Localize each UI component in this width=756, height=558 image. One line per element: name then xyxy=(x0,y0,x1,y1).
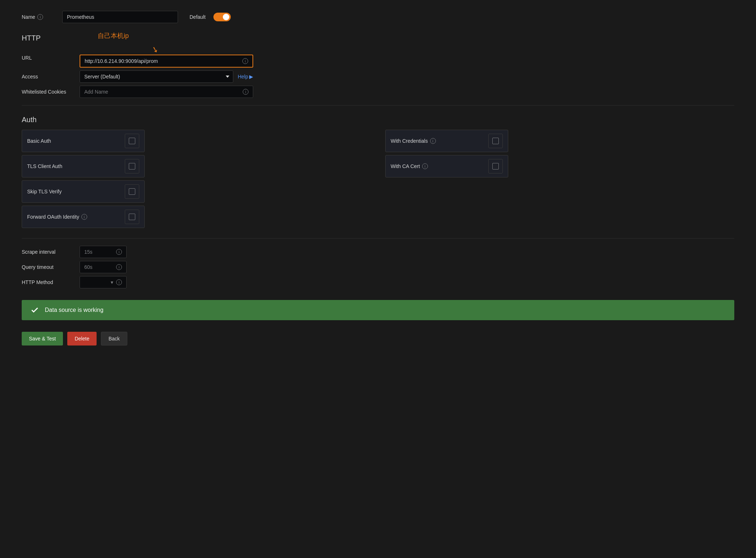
http-section-title: HTTP xyxy=(22,34,734,42)
url-value: http://10.6.214.90:9009/api/prom xyxy=(85,58,158,64)
auth-section-title: Auth xyxy=(22,116,734,124)
annotation-arrow: ➘ xyxy=(151,44,160,55)
divider-1 xyxy=(22,105,734,106)
basic-auth-label: Basic Auth xyxy=(27,138,125,144)
http-method-row: HTTP Method ▾ i xyxy=(22,276,734,288)
timeout-row: Query timeout 60s i xyxy=(22,261,734,273)
whitelisted-input-wrap: Add Name i xyxy=(80,86,253,98)
button-row: Save & Test Delete Back xyxy=(22,332,734,345)
http-method-input[interactable]: ▾ i xyxy=(80,276,127,288)
tls-client-checkbox[interactable] xyxy=(125,159,139,173)
success-message: Data source is working xyxy=(45,307,103,313)
tls-client-label: TLS Client Auth xyxy=(27,163,125,169)
access-label: Access xyxy=(22,74,80,80)
url-input-wrap[interactable]: http://10.6.214.90:9009/api/prom i xyxy=(80,55,253,68)
success-banner: Data source is working xyxy=(22,300,734,320)
with-ca-cert-label: With CA Cert i xyxy=(391,163,488,169)
tls-client-checkbox-inner xyxy=(129,163,135,169)
with-ca-cert-checkbox-inner xyxy=(492,163,499,169)
chevron-right-icon: ▶ xyxy=(249,74,253,80)
url-label: URL xyxy=(22,55,80,61)
name-row: Name i Default xyxy=(22,11,734,23)
basic-auth-row: Basic Auth xyxy=(22,130,371,152)
help-link[interactable]: Help ▶ xyxy=(238,74,253,80)
http-method-info-icon[interactable]: i xyxy=(116,279,122,285)
http-method-label: HTTP Method xyxy=(22,279,80,285)
scrape-label: Scrape interval xyxy=(22,249,80,255)
timeout-input[interactable]: 60s i xyxy=(80,261,127,273)
with-credentials-checkbox-inner xyxy=(492,138,499,144)
access-value-wrap: Server (Default) Help ▶ xyxy=(80,70,253,83)
forward-oauth-checkbox[interactable] xyxy=(125,210,139,224)
skip-tls-checkbox[interactable] xyxy=(125,184,139,199)
url-row: URL 自己本机ip ➘ http://10.6.214.90:9009/api… xyxy=(22,48,734,68)
default-label: Default xyxy=(190,14,205,20)
auth-right-col: With Credentials i With CA Cert i xyxy=(371,130,734,231)
name-input[interactable] xyxy=(62,11,178,23)
divider-2 xyxy=(22,238,734,239)
chevron-down-icon: ▾ xyxy=(111,279,113,285)
with-ca-cert-checkbox[interactable] xyxy=(488,159,503,173)
with-ca-cert-row: With CA Cert i xyxy=(385,155,734,177)
forward-oauth-row: Forward OAuth Identity i xyxy=(22,206,371,228)
forward-oauth-info-icon[interactable]: i xyxy=(81,214,87,220)
with-credentials-checkbox[interactable] xyxy=(488,134,503,148)
access-select[interactable]: Server (Default) xyxy=(80,70,233,83)
forward-oauth-label: Forward OAuth Identity i xyxy=(27,214,125,220)
whitelisted-row: Whitelisted Cookies Add Name i xyxy=(22,86,734,98)
access-row: Access Server (Default) Help ▶ xyxy=(22,70,734,83)
with-ca-cert-info-icon[interactable]: i xyxy=(422,163,428,169)
back-button[interactable]: Back xyxy=(101,332,127,345)
scrape-row: Scrape interval 15s i xyxy=(22,246,734,258)
toggle-slider[interactable] xyxy=(213,13,231,21)
delete-button[interactable]: Delete xyxy=(67,332,96,345)
auth-left-col: Basic Auth TLS Client Auth Skip TLS Veri… xyxy=(22,130,371,231)
with-credentials-row: With Credentials i xyxy=(385,130,734,152)
scrape-input[interactable]: 15s i xyxy=(80,246,127,258)
success-check-icon xyxy=(30,306,39,314)
timeout-label: Query timeout xyxy=(22,264,80,270)
whitelisted-input[interactable]: Add Name i xyxy=(80,86,253,98)
scrape-value: 15s xyxy=(84,249,93,255)
skip-tls-row: Skip TLS Verify xyxy=(22,180,371,203)
url-input-container: 自己本机ip ➘ http://10.6.214.90:9009/api/pro… xyxy=(80,48,253,68)
auth-section-grid: Basic Auth TLS Client Auth Skip TLS Veri… xyxy=(22,130,734,231)
timeout-value: 60s xyxy=(84,264,93,270)
forward-oauth-checkbox-inner xyxy=(129,214,135,220)
name-info-icon[interactable]: i xyxy=(37,14,43,20)
tls-client-row: TLS Client Auth xyxy=(22,155,371,177)
name-label: Name i xyxy=(22,14,58,20)
default-toggle[interactable] xyxy=(213,13,231,21)
with-credentials-info-icon[interactable]: i xyxy=(430,138,436,144)
save-test-button[interactable]: Save & Test xyxy=(22,332,63,345)
whitelisted-info-icon[interactable]: i xyxy=(243,89,249,95)
timeout-info-icon[interactable]: i xyxy=(116,264,122,270)
whitelisted-label: Whitelisted Cookies xyxy=(22,89,80,95)
basic-auth-checkbox[interactable] xyxy=(125,134,139,148)
with-credentials-label: With Credentials i xyxy=(391,138,488,144)
basic-auth-checkbox-inner xyxy=(129,138,135,144)
scrape-info-icon[interactable]: i xyxy=(116,249,122,255)
whitelisted-placeholder: Add Name xyxy=(84,89,108,95)
skip-tls-label: Skip TLS Verify xyxy=(27,189,125,194)
skip-tls-checkbox-inner xyxy=(129,188,135,195)
url-info-icon[interactable]: i xyxy=(242,58,248,64)
